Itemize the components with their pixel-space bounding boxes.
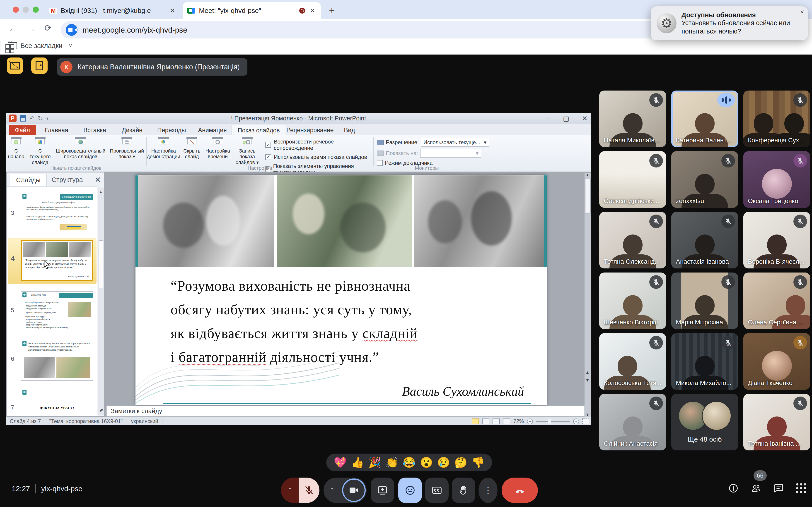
participant-tile[interactable]: Шевченко Вікторія	[599, 273, 666, 329]
slide-thumbnail-5[interactable]: Діяльність учня Має вибудовуватися з дот…	[21, 291, 93, 332]
participant-tile[interactable]: Олександрійськи...	[599, 151, 666, 208]
zoom-slider-thumb[interactable]	[548, 419, 551, 425]
view-reading-button[interactable]	[493, 418, 500, 425]
participant-tile[interactable]: Вероніка В`ячесл...	[743, 212, 810, 269]
participant-tile[interactable]: Марія Мітрохіна	[671, 273, 738, 329]
close-button[interactable]: ✕	[582, 115, 588, 122]
reaction-thumbs-up[interactable]: 👍	[351, 456, 364, 468]
participant-tile[interactable]: Тетяна Іванівна ...	[743, 394, 810, 450]
end-call-button[interactable]	[502, 477, 538, 503]
participant-tile[interactable]: Конференція Сух...	[743, 91, 810, 147]
next-slide-icon[interactable]: ▼	[586, 378, 590, 383]
chevron-down-icon[interactable]: ˅	[69, 42, 72, 49]
notes-collapse-icon[interactable]: ▼	[100, 407, 104, 413]
ribbon-tab[interactable]: Рецензирование	[281, 125, 340, 135]
previous-slide-icon[interactable]: ▲	[586, 370, 590, 375]
traffic-light-zoom[interactable]	[33, 7, 39, 13]
ribbon-tab[interactable]: Анимация	[192, 125, 233, 135]
activities-icon[interactable]	[796, 483, 806, 493]
rehearse-timings-button[interactable]: Настройка времени	[203, 135, 232, 166]
mic-button-group[interactable]: ⌃	[281, 477, 319, 503]
view-slideshow-button[interactable]	[503, 418, 510, 425]
new-tab-button[interactable]: +	[329, 5, 335, 16]
view-normal-button[interactable]	[472, 418, 479, 425]
slide-thumbnail-3[interactable]: Законодавче визначення Законодавчого вре…	[21, 192, 93, 233]
ribbon-tab-file[interactable]: Файл	[9, 125, 36, 135]
slide-thumbnail-6[interactable]: Незважаючи на зміну законів і освітніх н…	[21, 340, 93, 381]
maximize-button[interactable]: ▢	[563, 115, 569, 122]
participant-tile[interactable]: Олена Сергіївна ...	[743, 273, 810, 329]
extension-overlay-button-1[interactable]	[7, 57, 23, 74]
broadcast-slideshow-button[interactable]: Широковещательный показ слайдов	[54, 135, 108, 166]
participant-tile[interactable]: zenxxxtsu	[671, 151, 738, 208]
participant-tile-speaking[interactable]: Катерина Валент...	[671, 91, 738, 147]
ribbon-tab-slideshow-active[interactable]: Показ слайдов	[232, 125, 286, 135]
ribbon-tab[interactable]: Дизайн	[116, 125, 148, 135]
setup-slideshow-button[interactable]: Настройка демонстрации	[147, 135, 181, 166]
zoom-in-button[interactable]: +	[573, 418, 579, 425]
reaction-cry[interactable]: 😢	[437, 456, 450, 468]
participant-tile[interactable]: Тетяна Олександ...	[599, 212, 666, 269]
reactions-button-active[interactable]	[398, 477, 422, 503]
extension-overlay-button-2[interactable]	[31, 57, 48, 74]
panel-close-icon[interactable]: ✕	[95, 175, 101, 184]
tab-gmail[interactable]: M Вхідні (931) - t.miyer@kubg.e ✕	[45, 2, 181, 19]
more-options-button[interactable]: ⋮	[478, 477, 498, 503]
reaction-heart[interactable]: 💖	[334, 456, 347, 468]
slide-thumbnail-7[interactable]: ДЯКУЮ ЗА УВАГУ!	[21, 389, 93, 416]
back-icon[interactable]: ←	[8, 23, 18, 34]
forward-icon[interactable]: →	[26, 23, 36, 34]
all-bookmarks[interactable]: Все закладки ˅	[0, 41, 812, 50]
participant-tile[interactable]: Діана Ткаченко	[743, 333, 810, 390]
participant-tile[interactable]: Олійник Анастасія	[599, 394, 666, 450]
scrollbar-thumb[interactable]	[585, 179, 591, 214]
traffic-light-close[interactable]	[13, 7, 19, 13]
panel-tab-slides[interactable]: Слайды	[10, 174, 47, 186]
ribbon-tab[interactable]: Главная	[39, 125, 74, 135]
custom-slideshow-button[interactable]: Произвольный показ ▾	[108, 135, 146, 166]
reaction-joy[interactable]: 😂	[403, 456, 415, 468]
scroll-up-icon[interactable]: ▲	[586, 173, 590, 177]
tab-meet-active[interactable]: Meet: "yix-qhvd-pse" ✕	[183, 2, 321, 19]
checkbox-use-timings[interactable]: ✓ Использовать время показа слайдов	[265, 154, 371, 160]
slide-scrollbar[interactable]: ▲ ▲ ▼ ▼	[585, 173, 591, 417]
from-start-button[interactable]: С начала	[6, 135, 27, 166]
panel-tab-outline[interactable]: Структура	[46, 174, 89, 186]
reaction-thinking[interactable]: 🤔	[454, 456, 467, 468]
camera-button-group[interactable]: ⌃	[323, 477, 367, 503]
resolution-dropdown[interactable]: Использовать текуще...▾	[421, 138, 489, 147]
current-slide-canvas[interactable]: “Розумова вихованість не рівнозначна обс…	[136, 175, 547, 405]
ribbon-tab[interactable]: Переходы	[151, 125, 192, 135]
ribbon-tab[interactable]: Вид	[338, 125, 361, 135]
system-update-notification[interactable]: ⚙ Доступны обновления Установить обновле…	[651, 6, 808, 40]
info-icon[interactable]	[728, 483, 739, 494]
scroll-up-icon[interactable]: ▲	[99, 190, 103, 194]
notification-chevron-icon[interactable]: ˅	[801, 9, 804, 16]
hide-slide-button[interactable]: Скрыть слайд	[181, 135, 203, 166]
reaction-thumbs-down[interactable]: 👎	[471, 456, 485, 468]
present-screen-button[interactable]	[371, 477, 394, 503]
zoom-slider[interactable]	[536, 421, 570, 422]
participant-tile[interactable]: Анастасія Іванова	[671, 212, 738, 269]
captions-button[interactable]	[425, 477, 449, 503]
record-slideshow-button[interactable]: Запись показа слайдов ▾	[232, 135, 262, 166]
chat-icon[interactable]	[773, 483, 784, 494]
participant-tile[interactable]: Колосовська Тетя...	[599, 333, 666, 390]
ribbon-tab[interactable]: Вставка	[78, 125, 112, 135]
powerpoint-title-bar[interactable]: P ↶ ↻ ▾ ! Презентація Ярмоленко - Micros…	[6, 113, 591, 124]
fit-to-window-button[interactable]	[582, 418, 589, 425]
camera-on-icon[interactable]	[342, 478, 366, 502]
from-current-slide-button[interactable]: С текущего слайда	[27, 135, 54, 166]
view-sorter-button[interactable]	[482, 418, 489, 425]
scroll-down-icon[interactable]: ▼	[586, 412, 590, 417]
participant-tile[interactable]: Микола Михайло...	[671, 333, 738, 390]
participant-tile[interactable]: Оксана Гриценко	[743, 151, 810, 208]
panel-scrollbar[interactable]: ▲ ▼	[98, 188, 104, 415]
scrollbar-thumb[interactable]	[99, 240, 103, 288]
tab-close-icon[interactable]: ✕	[169, 7, 176, 15]
mic-options-chevron-icon[interactable]: ⌃	[281, 487, 299, 494]
traffic-light-minimize[interactable]	[23, 7, 29, 13]
overflow-tile[interactable]: Ще 48 осіб	[671, 394, 738, 450]
checkbox-play-narrations[interactable]: ✓ Воспроизвести речевое сопровождение	[265, 138, 371, 151]
reaction-surprised[interactable]: 😮	[420, 456, 433, 468]
